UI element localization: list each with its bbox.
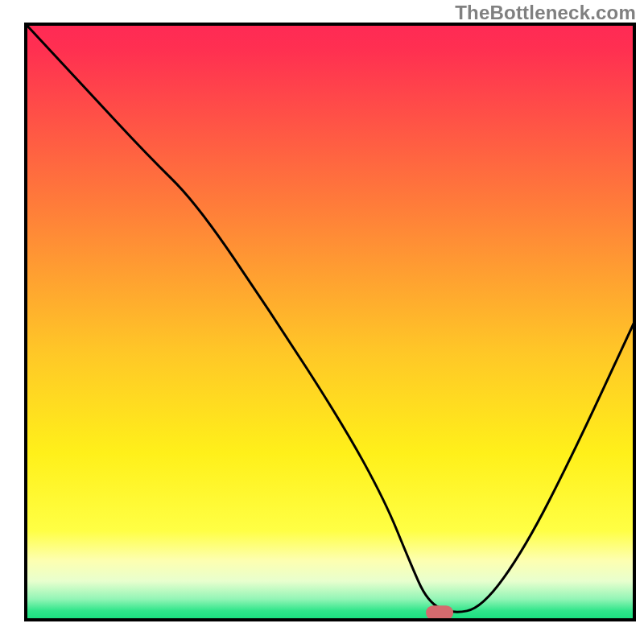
optimal-marker: [426, 605, 453, 620]
bottleneck-chart: TheBottleneck.com: [0, 0, 644, 644]
chart-svg: [0, 0, 644, 644]
plot-background: [26, 24, 634, 620]
watermark-text: TheBottleneck.com: [455, 2, 636, 24]
